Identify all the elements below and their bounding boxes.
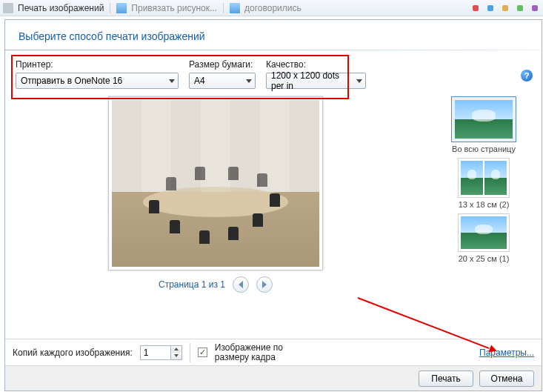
page-indicator: Страница 1 из 1 [159,279,225,290]
chevron-down-icon [356,79,362,83]
print-button[interactable]: Печать [419,371,473,387]
tab-thumb-icon [230,3,240,13]
layouts-column: Во всю страницу 13 x 18 см (2) 20 x 25 с… [426,93,542,308]
preview-image [112,100,319,267]
tab-text: Привязать рисунок... [131,3,217,13]
decor-dot [487,5,493,11]
print-dialog: Выберите способ печати изображений Принт… [4,19,542,391]
layout-20x25[interactable]: 20 x 25 см (1) [458,213,510,263]
printer-combo[interactable]: Отправить в OneNote 16 [16,73,179,89]
window-titlebar: Печать изображений Привязать рисунок... … [0,0,543,16]
copies-up-button[interactable] [170,346,181,353]
printer-value: Отправить в OneNote 16 [21,76,122,86]
decor-dot [517,5,523,11]
chevron-right-icon [262,281,267,288]
paper-label: Размер бумаги: [189,59,256,70]
options-row: Копий каждого изображения: ✓ Изображение… [5,339,542,365]
copies-label: Копий каждого изображения: [13,348,133,358]
tab-text: договорились [244,3,302,13]
dialog-footer: Печать Отмена [5,365,542,391]
layout-label: 13 x 18 см (2) [459,200,510,209]
printer-label: Принтер: [16,59,179,70]
chevron-down-icon [174,354,179,357]
cancel-button[interactable]: Отмена [479,371,534,387]
options-link[interactable]: Параметры... [479,348,534,358]
help-icon[interactable]: ? [521,70,533,82]
chevron-up-icon [174,348,179,351]
paper-value: A4 [194,76,205,86]
quality-combo[interactable]: 1200 x 1200 dots per in [266,73,366,89]
decor-dot [502,5,508,11]
quality-value: 1200 x 1200 dots per in [271,70,352,91]
settings-row: Принтер: Отправить в OneNote 16 Размер б… [5,56,542,93]
preview-frame [108,96,323,270]
preview-column: Страница 1 из 1 [5,93,426,308]
window-title: Печать изображений [18,3,104,13]
pager: Страница 1 из 1 [159,276,273,293]
layout-label: 20 x 25 см (1) [459,254,510,263]
copies-stepper[interactable] [140,345,182,360]
chevron-down-icon [246,79,252,83]
quality-label: Качество: [266,59,355,70]
tab-thumb-icon [116,3,127,13]
paper-combo[interactable]: A4 [189,73,256,89]
app-icon [3,3,13,13]
copies-input[interactable] [141,346,170,359]
chevron-down-icon [169,79,175,83]
copies-down-button[interactable] [170,353,181,359]
divider [110,3,110,13]
prev-page-button[interactable] [233,276,249,293]
fit-frame-checkbox[interactable]: ✓ [198,348,207,357]
layout-label: Во всю страницу [452,144,516,153]
divider [190,343,190,362]
divider [5,50,542,50]
main-area: Страница 1 из 1 Во всю страницу 13 x 18 … [5,93,542,308]
decor-dot [473,5,479,11]
dialog-heading: Выберите способ печати изображений [5,20,542,50]
decor-dot [532,5,538,11]
layout-13x18[interactable]: 13 x 18 см (2) [458,158,510,209]
divider [223,3,224,13]
fit-frame-label: Изображение по размеру кадра [215,343,283,362]
layout-full-page[interactable]: Во всю страницу [451,96,516,153]
next-page-button[interactable] [256,276,273,293]
chevron-left-icon [239,281,243,288]
